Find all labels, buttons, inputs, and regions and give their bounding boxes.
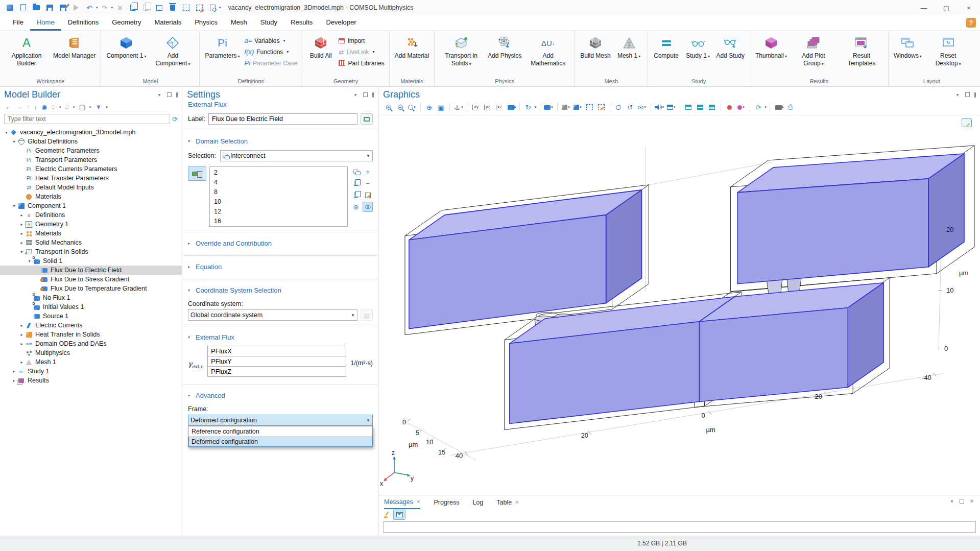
active-toggle-button[interactable] <box>188 166 206 181</box>
variables-button[interactable]: a=Variables▾ <box>245 36 298 45</box>
show-selection-button[interactable] <box>363 202 373 212</box>
menu-developer[interactable]: Developer <box>319 15 363 31</box>
view-xz-button[interactable]: xz <box>494 102 505 113</box>
close-icon[interactable]: ✕ <box>416 499 420 505</box>
add-mathematics-button[interactable]: ΔU↓ Add Mathematics <box>524 32 572 68</box>
save-icon[interactable] <box>44 3 55 12</box>
menu-geometry[interactable]: Geometry <box>105 15 148 31</box>
tree-item-study-1[interactable]: ▸∞Study 1 <box>0 367 182 376</box>
chevron-collapsed-icon[interactable]: ▸ <box>11 369 17 374</box>
flux-y-input[interactable] <box>207 356 346 367</box>
chevron-down-icon[interactable]: ▾ <box>73 105 75 109</box>
tree-item-transport-in-solids[interactable]: ▾Transport in Solids <box>0 247 182 256</box>
print-button[interactable]: ⎙ <box>785 102 796 113</box>
duplicate-icon[interactable] <box>154 3 164 12</box>
tab-messages[interactable]: Messages✕ <box>384 495 420 509</box>
application-builder-button[interactable]: A Application Builder <box>3 32 51 68</box>
image-snapshot-button[interactable] <box>773 102 784 113</box>
domain-list[interactable]: 2 4 8 10 12 16 <box>209 166 348 227</box>
tree-item-materials-component[interactable]: ▸Materials <box>0 229 182 238</box>
tree-item-flux-due-to-electric-field[interactable]: Flux Due to Electric Field <box>0 266 182 275</box>
close-icon[interactable]: ✕ <box>969 498 975 504</box>
chevron-down-icon[interactable]: ▾ <box>535 105 537 109</box>
tree-item-multiphysics[interactable]: Multiphysics <box>0 348 182 357</box>
view-orientation-button[interactable]: ▾ <box>453 102 464 113</box>
chevron-expanded-icon[interactable]: ▾ <box>11 139 17 144</box>
coordinate-system-dropdown[interactable]: Global coordinate system ▼ <box>188 309 357 321</box>
build-mesh-button[interactable]: Build Mesh <box>578 32 613 61</box>
label-input[interactable] <box>208 113 357 125</box>
float-window-icon[interactable] <box>960 499 964 504</box>
view-yz-button[interactable]: yz <box>482 102 493 113</box>
chevron-down-icon[interactable]: ▾ <box>59 105 61 109</box>
float-window-icon[interactable] <box>167 92 172 97</box>
tree-item-initial-values-1[interactable]: Initial Values 1 <box>0 302 182 312</box>
tree-item-results[interactable]: ▸Results <box>0 376 182 385</box>
refresh-icon[interactable]: ⟳ <box>172 115 178 123</box>
tree-item-heat-transfer-parameters[interactable]: PiHeat Transfer Parameters <box>0 174 182 183</box>
zoom-box-button[interactable]: ▾ <box>407 102 417 113</box>
chevron-collapsed-icon[interactable]: ▸ <box>18 231 25 236</box>
section-coordinate-system[interactable]: ▾Coordinate System Selection <box>188 283 373 297</box>
update-plot-button[interactable]: ⟳ <box>753 102 764 113</box>
clear-selection-icon[interactable] <box>194 3 204 12</box>
tree-item-default-model-inputs[interactable]: ⇄Default Model Inputs <box>0 183 182 192</box>
add-physics-button[interactable]: Add Physics <box>485 32 524 61</box>
component-1-button[interactable]: Component 1▾ <box>104 32 149 61</box>
tree-item-transport-parameters[interactable]: PiTransport Parameters <box>0 155 182 164</box>
compute-button[interactable]: Compute <box>651 32 682 61</box>
menu-mesh[interactable]: Mesh <box>224 15 254 31</box>
menu-file[interactable]: File <box>6 15 30 31</box>
clear-selection-button[interactable] <box>363 190 373 200</box>
view-xy-button[interactable]: xy <box>470 102 481 113</box>
sound-button[interactable]: ▾ <box>654 102 665 113</box>
frame-dropdown[interactable]: Deformed configuration ▼ <box>188 415 373 426</box>
reset-desktop-button[interactable]: ↻ Reset Desktop▾ <box>924 32 972 68</box>
tree-item-domain-odes[interactable]: ▸d/dtDomain ODEs and DAEs <box>0 339 182 348</box>
node-text-icon[interactable]: ▤ <box>79 103 85 111</box>
section-external-flux[interactable]: ▾External Flux <box>188 330 373 344</box>
domain-list-item[interactable]: 12 <box>210 207 347 217</box>
result-templates-button[interactable]: Result Templates <box>838 32 886 68</box>
parameters-button[interactable]: Pi Parameters▾ <box>202 32 242 61</box>
maximize-button[interactable]: ▢ <box>935 0 958 15</box>
menu-physics[interactable]: Physics <box>188 15 224 31</box>
pin-icon[interactable] <box>372 92 374 98</box>
render-quality-button[interactable]: ▾ <box>561 102 571 113</box>
collapse-all-icon[interactable]: ≡ <box>65 103 69 111</box>
tree-item-geometric-parameters[interactable]: PiGeometric Parameters <box>0 146 182 155</box>
close-icon[interactable]: ✕ <box>515 499 519 505</box>
thumbnail-button[interactable]: Thumbnail▾ <box>753 32 790 61</box>
add-plot-group-button[interactable]: Add Plot Group▾ <box>790 32 838 68</box>
add-image-to-export-button[interactable] <box>724 102 735 113</box>
chevron-collapsed-icon[interactable]: ▸ <box>11 378 17 383</box>
import-button[interactable]: Import <box>339 36 384 45</box>
select-box-icon[interactable] <box>181 3 191 12</box>
chevron-expanded-icon[interactable]: ▾ <box>18 250 25 254</box>
add-study-button[interactable]: Add Study <box>714 32 747 61</box>
tree-item-source-1[interactable]: Source 1 <box>0 312 182 321</box>
chevron-down-icon[interactable]: ▾ <box>765 105 767 109</box>
upper-block-right[interactable] <box>737 154 964 284</box>
chevron-collapsed-icon[interactable]: ▸ <box>18 222 25 227</box>
delete-icon[interactable] <box>168 3 178 12</box>
clear-messages-icon[interactable] <box>383 511 390 518</box>
copy-icon[interactable] <box>128 3 138 12</box>
tab-log[interactable]: Log <box>472 495 483 509</box>
tree-item-mesh-1[interactable]: ▸Mesh 1 <box>0 357 182 367</box>
table-window-button[interactable] <box>707 102 718 113</box>
tree-item-flux-due-to-stress-gradient[interactable]: Flux Due to Stress Gradient <box>0 275 182 284</box>
select-box-button[interactable] <box>584 102 595 113</box>
menu-materials[interactable]: Materials <box>148 15 188 31</box>
domain-list-item[interactable]: 2 <box>210 168 347 178</box>
customize-toolbar-icon[interactable]: ▾ <box>219 6 221 10</box>
dock-window-button[interactable] <box>683 102 694 113</box>
float-window-icon[interactable] <box>363 92 368 97</box>
add-material-button[interactable]: Add Material <box>392 32 432 61</box>
selection-dropdown[interactable]: Interconnect ▼ <box>220 150 373 161</box>
zoom-out-button[interactable]: − <box>395 102 405 113</box>
graphics-canvas[interactable]: 40 20 0 -20 -40 µm 0 5 10 15 µm 20 10 0 … <box>379 115 980 495</box>
rename-button[interactable] <box>361 113 373 125</box>
tree-item-root[interactable]: ▾vacancy_electromigration_3Dmodel.mph <box>0 128 182 137</box>
tree-item-definitions[interactable]: ▸≡Definitions <box>0 210 182 220</box>
